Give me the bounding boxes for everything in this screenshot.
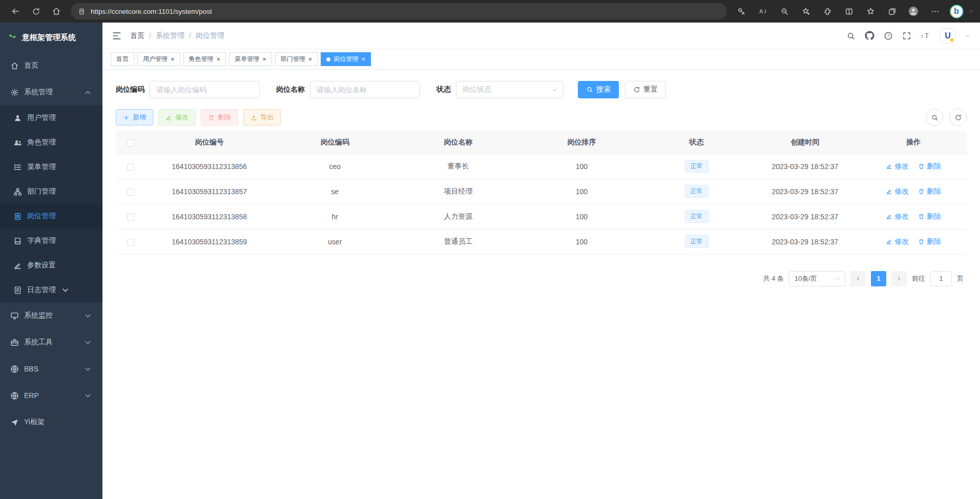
read-aloud-button[interactable]: A	[754, 3, 772, 19]
delete-button[interactable]: 删除	[201, 109, 238, 126]
sidebar-item-log-management[interactable]: 日志管理	[0, 278, 102, 302]
row-edit-link[interactable]: 修改	[886, 187, 909, 196]
post-code-input[interactable]	[150, 81, 260, 98]
svg-text:T: T	[925, 32, 929, 39]
next-page-button[interactable]	[891, 271, 907, 286]
header-search-icon[interactable]	[846, 31, 856, 40]
status-select[interactable]: 岗位状态	[456, 81, 564, 98]
favorites-button[interactable]	[861, 3, 880, 19]
extensions-button[interactable]	[818, 3, 837, 19]
refresh-button[interactable]	[27, 3, 45, 19]
tab-close-icon[interactable]: ×	[361, 56, 365, 63]
org-tree-icon	[13, 188, 22, 196]
tab-department-management[interactable]: 部门管理×	[275, 52, 318, 66]
col-header-post-code: 岗位编码	[273, 131, 397, 154]
svg-text:A: A	[759, 8, 763, 14]
add-favorite-button[interactable]	[797, 3, 815, 19]
prev-page-button[interactable]	[850, 271, 866, 286]
row-delete-link[interactable]: 删除	[918, 212, 941, 221]
page-size-select[interactable]: 10条/页	[789, 271, 845, 286]
post-table: 岗位编号 岗位编码 岗位名称 岗位排序 状态 创建时间 操作 164103059…	[116, 131, 967, 255]
fullscreen-icon[interactable]	[902, 31, 911, 40]
tab-post-management[interactable]: 岗位管理×	[321, 52, 371, 66]
breadcrumb-home[interactable]: 首页	[130, 31, 144, 40]
home-button[interactable]	[47, 3, 66, 19]
edit-button[interactable]: 修改	[158, 109, 196, 126]
github-icon[interactable]	[865, 31, 874, 40]
chevron-down-icon	[61, 286, 70, 295]
row-edit-link[interactable]: 修改	[886, 212, 909, 221]
font-size-icon[interactable]: tT	[921, 31, 931, 41]
tab-role-management[interactable]: 角色管理×	[183, 52, 226, 66]
sidebar-item-bbs[interactable]: BBS	[0, 356, 102, 382]
row-delete-link[interactable]: 删除	[918, 187, 941, 196]
user-avatar[interactable]: U	[940, 28, 955, 44]
sidebar-item-department-management[interactable]: 部门管理	[0, 179, 102, 204]
copilot-caret-icon[interactable]	[969, 9, 974, 14]
cell-created-time: 2023-03-29 18:52:37	[749, 179, 860, 204]
page-number-button[interactable]: 1	[871, 271, 886, 286]
row-delete-link[interactable]: 删除	[918, 237, 941, 246]
user-icon	[13, 114, 22, 122]
export-button[interactable]: 导出	[243, 109, 281, 126]
row-checkbox[interactable]	[127, 163, 134, 171]
tab-home[interactable]: 首页	[111, 52, 134, 66]
row-edit-link[interactable]: 修改	[886, 237, 909, 246]
breadcrumb-separator: /	[189, 32, 191, 40]
tab-close-icon[interactable]: ×	[217, 56, 221, 63]
sidebar-item-parameter-settings[interactable]: 参数设置	[0, 253, 102, 278]
back-button[interactable]	[6, 3, 25, 19]
search-button[interactable]: 搜索	[578, 81, 619, 98]
col-header-post-sort: 岗位排序	[520, 131, 643, 154]
reset-button[interactable]: 重置	[625, 81, 666, 98]
sidebar-item-home[interactable]: 首页	[0, 52, 102, 79]
row-edit-link[interactable]: 修改	[886, 162, 909, 171]
breadcrumb: 首页 / 系统管理 / 岗位管理	[130, 31, 224, 40]
profile-avatar	[908, 6, 919, 17]
cell-post-code: hr	[273, 204, 397, 229]
select-all-checkbox[interactable]	[127, 139, 134, 147]
bing-copilot-button[interactable]: b	[947, 3, 966, 19]
profile-button[interactable]	[904, 3, 923, 19]
post-name-input[interactable]	[310, 81, 420, 98]
tab-close-icon[interactable]: ×	[308, 56, 312, 63]
sidebar-item-post-management[interactable]: 岗位管理	[0, 204, 102, 228]
collapse-sidebar-button[interactable]	[112, 31, 122, 41]
goto-page-input[interactable]	[930, 271, 952, 286]
edit-icon	[886, 213, 892, 220]
table-row: 1641030593112313856 ceo 董事长 100 正常 2023-…	[116, 154, 967, 179]
sidebar-item-role-management[interactable]: 角色管理	[0, 130, 102, 155]
add-button[interactable]: 新增	[116, 109, 153, 126]
sidebar-item-erp[interactable]: ERP	[0, 382, 102, 409]
zoom-button[interactable]	[775, 3, 794, 19]
split-screen-button[interactable]	[840, 3, 858, 19]
sidebar-item-yi-framework[interactable]: Yi框架	[0, 409, 102, 435]
sidebar-item-user-management[interactable]: 用户管理	[0, 106, 102, 130]
user-menu-caret-icon[interactable]	[965, 33, 971, 39]
tab-close-icon[interactable]: ×	[171, 56, 175, 63]
sidebar-item-dictionary-management[interactable]: 字典管理	[0, 228, 102, 253]
password-key-button[interactable]	[732, 3, 750, 19]
more-options-button[interactable]	[926, 3, 944, 19]
collections-button[interactable]	[883, 3, 901, 19]
sidebar-item-system-monitoring[interactable]: 系统监控	[0, 302, 102, 329]
tab-user-management[interactable]: 用户管理×	[137, 52, 180, 66]
tab-menu-management[interactable]: 菜单管理×	[229, 52, 272, 66]
sidebar-item-system-management[interactable]: 系统管理	[0, 79, 102, 106]
row-delete-link[interactable]: 删除	[918, 162, 941, 171]
site-info-icon[interactable]	[78, 8, 86, 15]
sidebar-item-menu-management[interactable]: 菜单管理	[0, 155, 102, 179]
address-bar[interactable]: https://ccnetcore.com:1101/system/post	[71, 3, 727, 19]
trash-icon	[208, 114, 215, 121]
row-checkbox[interactable]	[127, 239, 134, 246]
sidebar-item-system-tools[interactable]: 系统工具	[0, 329, 102, 356]
row-checkbox[interactable]	[127, 214, 134, 221]
toggle-search-button[interactable]	[926, 109, 943, 126]
help-icon[interactable]: ?	[884, 31, 893, 40]
row-checkbox[interactable]	[127, 189, 134, 196]
tab-close-icon[interactable]: ×	[262, 56, 266, 63]
cell-post-sort: 100	[520, 204, 643, 229]
table-header-row: 岗位编号 岗位编码 岗位名称 岗位排序 状态 创建时间 操作	[116, 131, 967, 154]
svg-text:t: t	[922, 34, 923, 39]
refresh-table-button[interactable]	[949, 109, 967, 126]
